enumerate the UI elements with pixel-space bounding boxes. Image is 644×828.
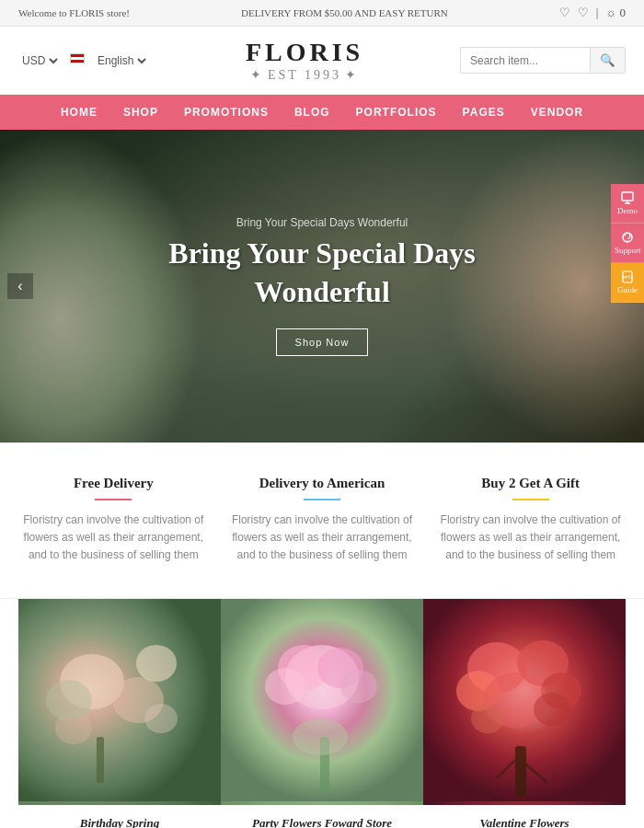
- gallery-caption-1: Birthday Spring: [18, 805, 221, 828]
- hero-shop-button[interactable]: Shop Now: [276, 328, 369, 356]
- logo-sub: ✦ EST 1993 ✦: [149, 67, 460, 83]
- feature-free-delivery: Free Delivery Floristry can involve the …: [18, 476, 209, 565]
- svg-point-11: [136, 645, 177, 682]
- search-box: 🔍: [460, 47, 626, 74]
- svg-point-29: [534, 693, 570, 726]
- top-bar-center: DELIVERY FROM $50.00 AND EASY RETURN: [241, 7, 448, 18]
- svg-point-4: [627, 240, 627, 241]
- language-selector[interactable]: English: [94, 53, 149, 68]
- hero-title: Bring Your Special DaysWonderful: [168, 235, 475, 311]
- top-bar-icons: ♡ ♡ | ☼ 0: [559, 6, 626, 20]
- search-input[interactable]: [461, 49, 590, 73]
- feature-desc-1: Floristry can involve the cultivation of…: [18, 512, 209, 565]
- search-button[interactable]: 🔍: [590, 48, 625, 73]
- feature-line-2: [304, 499, 340, 500]
- nav-promotions[interactable]: PROMOTIONS: [184, 106, 269, 119]
- feature-desc-2: Floristry can involve the cultivation of…: [227, 512, 418, 565]
- svg-rect-12: [97, 737, 104, 783]
- currency-selector[interactable]: USD EUR: [18, 53, 61, 68]
- nav-shop[interactable]: SHOP: [123, 106, 158, 119]
- hero-banner: ‹ Bring Your Special Days Wonderful Brin…: [0, 130, 644, 443]
- svg-rect-0: [622, 192, 633, 201]
- gallery-item-1[interactable]: Birthday Spring: [18, 599, 221, 828]
- top-bar: Welcome to FLORIS store! DELIVERY FROM $…: [0, 0, 644, 27]
- side-panel: Demo Support WG Guide: [611, 184, 644, 303]
- svg-text:WG: WG: [622, 273, 634, 281]
- feature-delivery-american: Delivery to American Floristry can invol…: [227, 476, 418, 565]
- hero-content: Bring Your Special Days Wonderful Bring …: [168, 216, 475, 355]
- logo-text[interactable]: FLORIS: [149, 38, 460, 67]
- svg-point-13: [46, 680, 92, 720]
- gallery-caption-2: Party Flowers Foward Store: [221, 805, 423, 828]
- heart-icon[interactable]: ♡: [578, 6, 589, 20]
- side-panel-demo[interactable]: Demo: [611, 184, 644, 224]
- gallery-item-3[interactable]: Valentine Flowers: [423, 599, 626, 828]
- header-left: USD EUR English: [18, 53, 149, 68]
- gallery-section: Birthday Spring: [0, 599, 644, 828]
- nav-portfolios[interactable]: PORTFOLIOS: [356, 106, 437, 119]
- svg-point-19: [265, 668, 305, 705]
- side-panel-support[interactable]: Support: [611, 224, 644, 263]
- side-panel-guide[interactable]: WG Guide: [611, 263, 644, 303]
- gallery-image-1: [18, 599, 221, 805]
- svg-point-22: [293, 719, 348, 755]
- hero-subtitle: Bring Your Special Days Wonderful: [168, 216, 475, 229]
- feature-title-3: Buy 2 Get A Gift: [435, 476, 626, 491]
- svg-point-20: [340, 670, 377, 703]
- gallery-image-2: [221, 599, 423, 805]
- features-section: Free Delivery Floristry can involve the …: [0, 443, 644, 599]
- feature-title-2: Delivery to American: [227, 476, 418, 491]
- hero-prev-button[interactable]: ‹: [7, 273, 33, 299]
- nav-home[interactable]: HOME: [61, 106, 98, 119]
- separator: |: [596, 6, 599, 20]
- flag-icon: [70, 53, 85, 67]
- feature-buy2-gift: Buy 2 Get A Gift Floristry can involve t…: [435, 476, 626, 565]
- main-nav: HOME SHOP PROMOTIONS BLOG PORTFOLIOS PAG…: [0, 95, 644, 130]
- feature-title-1: Free Delivery: [18, 476, 209, 491]
- nav-pages[interactable]: PAGES: [463, 106, 505, 119]
- nav-vendor[interactable]: VENDOR: [531, 106, 583, 119]
- top-bar-left: Welcome to FLORIS store!: [18, 7, 130, 18]
- gallery-caption-3: Valentine Flowers: [423, 805, 626, 828]
- feature-line-3: [512, 499, 549, 500]
- svg-point-30: [471, 704, 504, 733]
- feature-desc-3: Floristry can involve the cultivation of…: [435, 512, 626, 565]
- header: USD EUR English FLORIS ✦ EST 1993 ✦ 🔍: [0, 27, 644, 95]
- logo: FLORIS ✦ EST 1993 ✦: [149, 38, 460, 83]
- nav-blog[interactable]: BLOG: [294, 106, 330, 119]
- user-icon[interactable]: ♡: [559, 6, 570, 20]
- gallery-item-2[interactable]: Party Flowers Foward Store: [221, 599, 423, 828]
- cart-icon[interactable]: ☼ 0: [605, 6, 626, 20]
- svg-point-14: [144, 704, 178, 733]
- gallery-image-3: [423, 599, 626, 805]
- feature-line-1: [95, 499, 132, 500]
- svg-rect-31: [515, 746, 526, 797]
